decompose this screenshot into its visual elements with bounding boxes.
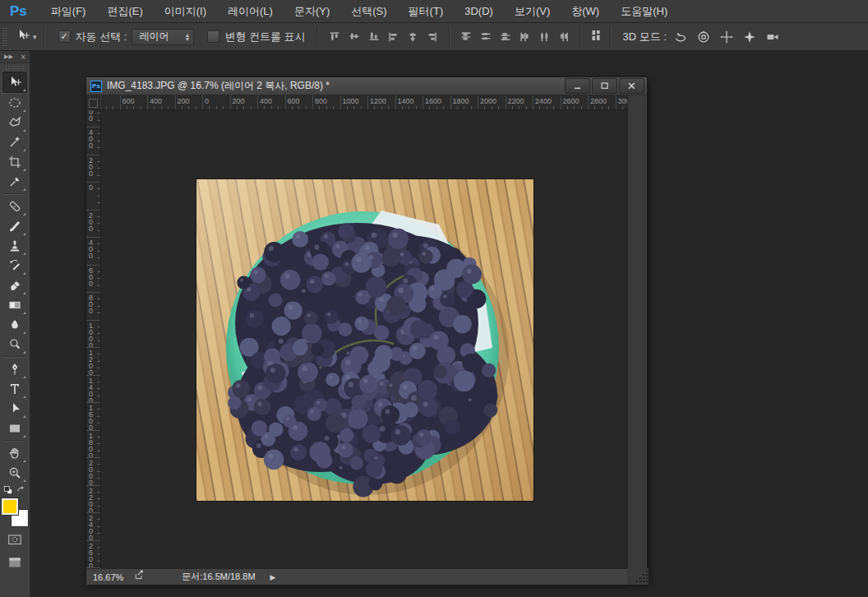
options-grip[interactable] bbox=[2, 27, 7, 47]
vertical-scrollbar[interactable] bbox=[627, 95, 647, 568]
auto-select-dropdown[interactable]: 레이어 ▲▼ bbox=[132, 29, 194, 45]
ruler-label: 200 bbox=[89, 212, 96, 232]
export-icon[interactable] bbox=[133, 569, 145, 585]
ruler-tick bbox=[86, 210, 101, 211]
ruler-tick bbox=[374, 106, 375, 109]
ruler-tick bbox=[561, 95, 561, 110]
ruler-label: 1600 bbox=[425, 97, 441, 105]
ruler-origin[interactable] bbox=[86, 95, 101, 110]
align-horizontal-centers-icon[interactable] bbox=[404, 28, 422, 46]
history-brush-tool-button[interactable] bbox=[3, 256, 26, 275]
zoom-level-field[interactable]: 16.67% bbox=[93, 572, 123, 582]
ruler-tick bbox=[86, 430, 101, 431]
3d-slide-icon[interactable] bbox=[741, 28, 759, 46]
panel-close-icon[interactable]: × bbox=[21, 53, 25, 62]
auto-align-layers-button[interactable] bbox=[589, 28, 603, 46]
menu-item-9[interactable]: 창(W) bbox=[561, 0, 610, 22]
distribute-right-edges-icon[interactable] bbox=[556, 28, 574, 46]
eraser-tool-button[interactable] bbox=[3, 275, 26, 295]
rectangle-tool-button[interactable] bbox=[3, 419, 26, 438]
distribute-vertical-centers-icon[interactable] bbox=[477, 28, 495, 46]
menu-item-4[interactable]: 문자(Y) bbox=[284, 0, 340, 22]
crop-tool-button[interactable] bbox=[3, 152, 26, 172]
brush-tool-button[interactable] bbox=[3, 216, 26, 236]
3d-zoom-icon[interactable] bbox=[764, 28, 782, 46]
elliptical-marquee-tool-button[interactable] bbox=[3, 93, 26, 113]
distribute-horizontal-centers-icon[interactable] bbox=[536, 28, 554, 46]
3d-rotate-icon[interactable] bbox=[672, 28, 690, 46]
screen-mode-button[interactable] bbox=[7, 554, 23, 574]
ruler-tick bbox=[340, 95, 341, 110]
menu-item-10[interactable]: 도움말(H) bbox=[610, 0, 678, 22]
zoom-tool-button[interactable] bbox=[3, 463, 26, 483]
ruler-tick bbox=[86, 292, 101, 293]
ruler-label: 2200 bbox=[508, 97, 524, 105]
document-title-bar[interactable]: Ps IMG_4183.JPG @ 16.7% (레이어 2 복사, RGB/8… bbox=[86, 77, 647, 95]
clone-stamp-tool-button[interactable] bbox=[3, 236, 26, 256]
ruler-label: 200 bbox=[233, 97, 245, 105]
tool-preset-picker[interactable]: ▾ bbox=[16, 28, 37, 46]
ruler-tick bbox=[547, 106, 547, 109]
ruler-tick bbox=[298, 106, 299, 109]
path-selection-tool-button[interactable] bbox=[3, 399, 26, 419]
align-left-edges-icon[interactable] bbox=[385, 28, 403, 46]
menu-item-8[interactable]: 보기(V) bbox=[504, 0, 561, 22]
distribute-left-edges-icon[interactable] bbox=[516, 28, 534, 46]
distribute-buttons bbox=[457, 28, 574, 46]
tool-panel-header: ▶▶ × bbox=[0, 51, 30, 63]
canvas-viewport[interactable] bbox=[101, 110, 627, 568]
tool-panel-grip[interactable] bbox=[5, 65, 25, 70]
ruler-tick bbox=[86, 540, 101, 541]
align-right-edges-icon[interactable] bbox=[424, 28, 442, 46]
menu-item-5[interactable]: 선택(S) bbox=[340, 0, 397, 22]
type-tool-button[interactable] bbox=[3, 379, 26, 399]
minimize-button[interactable] bbox=[565, 78, 590, 94]
align-top-edges-icon[interactable] bbox=[326, 28, 344, 46]
lasso-tool-button[interactable] bbox=[3, 113, 26, 132]
dodge-tool-button[interactable] bbox=[3, 335, 26, 354]
menu-item-2[interactable]: 이미지(I) bbox=[154, 0, 217, 22]
close-button[interactable] bbox=[619, 78, 644, 94]
vertical-ruler[interactable]: 600 400 200 0 200 400 600 800 1000 1200 … bbox=[86, 110, 101, 568]
panel-collapse-icon[interactable]: ▶▶ bbox=[4, 53, 13, 60]
ruler-tick bbox=[402, 106, 403, 109]
gradient-tool-button[interactable] bbox=[3, 295, 26, 315]
quick-mask-button[interactable] bbox=[7, 531, 23, 551]
align-vertical-centers-icon[interactable] bbox=[345, 28, 363, 46]
distribute-bottom-edges-icon[interactable] bbox=[496, 28, 515, 46]
distribute-top-edges-icon[interactable] bbox=[457, 28, 475, 46]
document-window: Ps IMG_4183.JPG @ 16.7% (레이어 2 복사, RGB/8… bbox=[85, 76, 648, 584]
foreground-color-swatch[interactable] bbox=[2, 498, 18, 515]
horizontal-ruler[interactable]: 600 400 200 0 200 400 600 800 1000 1200 … bbox=[101, 95, 627, 110]
menu-item-3[interactable]: 레이어(L) bbox=[217, 0, 284, 22]
3d-roll-icon[interactable] bbox=[695, 28, 713, 46]
flyout-indicator bbox=[23, 213, 25, 215]
ruler-tick bbox=[106, 106, 107, 109]
eyedropper-tool-button[interactable] bbox=[3, 172, 26, 192]
ruler-tick bbox=[567, 106, 568, 109]
3d-pan-icon[interactable] bbox=[718, 28, 736, 46]
pen-tool-button[interactable] bbox=[3, 359, 26, 379]
maximize-button[interactable] bbox=[592, 78, 617, 94]
menu-items: 파일(F)편집(E)이미지(I)레이어(L)문자(Y)선택(S)필터(T)3D(… bbox=[40, 0, 678, 22]
show-transform-checkbox[interactable] bbox=[207, 30, 219, 43]
move-tool-button[interactable] bbox=[2, 72, 27, 93]
ruler-tick bbox=[86, 457, 101, 458]
window-resize-grip[interactable] bbox=[627, 568, 649, 585]
blur-tool-button[interactable] bbox=[3, 315, 26, 335]
magic-wand-tool-button[interactable] bbox=[3, 132, 26, 152]
menu-item-1[interactable]: 편집(E) bbox=[96, 0, 153, 22]
align-bottom-edges-icon[interactable] bbox=[365, 28, 383, 46]
menu-item-6[interactable]: 필터(T) bbox=[398, 0, 455, 22]
ruler-tick bbox=[86, 485, 101, 486]
auto-select-checkbox[interactable]: ✓ bbox=[58, 30, 71, 43]
status-expand-icon[interactable]: ▶ bbox=[270, 573, 276, 581]
healing-brush-tool-button[interactable] bbox=[3, 197, 26, 216]
ruler-tick bbox=[161, 106, 162, 109]
ruler-tick bbox=[175, 95, 176, 110]
ruler-tick bbox=[333, 106, 334, 109]
menu-item-0[interactable]: 파일(F) bbox=[40, 0, 97, 22]
menu-item-7[interactable]: 3D(D) bbox=[454, 0, 504, 22]
hand-tool-button[interactable] bbox=[3, 443, 26, 463]
mode-3d-buttons bbox=[672, 28, 782, 46]
